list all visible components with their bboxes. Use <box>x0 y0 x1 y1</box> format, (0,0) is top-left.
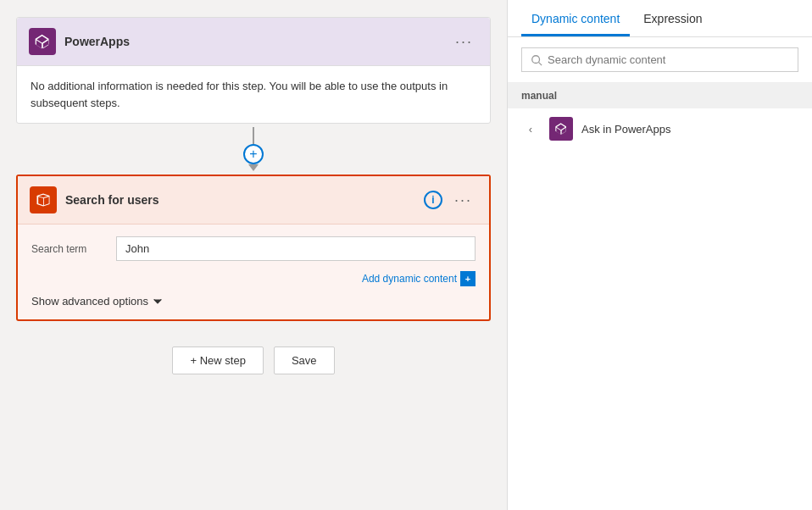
powerapps-logo-icon <box>29 28 56 55</box>
panel-item-ask-in-powerapps[interactable]: ‹ Ask in PowerApps <box>508 108 812 149</box>
powerapps-card: PowerApps ··· No additional information … <box>16 17 491 124</box>
powerapps-card-header: PowerApps ··· <box>17 18 490 66</box>
panel-search-input[interactable] <box>548 53 789 66</box>
dynamic-content-link-row: Add dynamic content + <box>31 271 476 286</box>
right-panel: Dynamic content Expression manual ‹ Ask … <box>507 0 812 510</box>
panel-powerapps-svg <box>554 122 568 136</box>
info-button[interactable]: i <box>424 191 442 209</box>
search-users-actions: i ··· <box>424 190 477 211</box>
dynamic-content-link-text[interactable]: Add dynamic content <box>362 273 457 285</box>
show-advanced-options[interactable]: Show advanced options <box>31 295 476 308</box>
panel-chevron-left[interactable]: ‹ <box>524 123 537 136</box>
panel-search-box <box>521 47 798 72</box>
panel-search-area <box>508 37 812 83</box>
panel-content: manual ‹ Ask in PowerApps <box>508 83 812 510</box>
search-term-row: Search term <box>31 236 476 261</box>
tab-expression[interactable]: Expression <box>633 0 712 36</box>
svg-line-1 <box>539 62 542 65</box>
bottom-actions: + New step Save <box>172 346 334 374</box>
step-connector: + <box>243 127 264 171</box>
office-svg <box>35 191 52 208</box>
search-users-title: Search for users <box>65 193 424 207</box>
search-users-body: Search term Add dynamic content + Show a… <box>18 225 489 319</box>
powerapps-card-menu-btn[interactable]: ··· <box>450 31 478 53</box>
panel-item-ask-label: Ask in PowerApps <box>581 123 671 136</box>
save-button[interactable]: Save <box>274 346 335 374</box>
powerapps-svg <box>34 33 51 50</box>
tab-dynamic-content[interactable]: Dynamic content <box>521 0 630 36</box>
search-term-input[interactable] <box>116 236 476 261</box>
office-icon <box>30 186 57 213</box>
show-advanced-label: Show advanced options <box>31 295 148 308</box>
panel-section-manual: manual <box>508 83 812 108</box>
search-users-menu-btn[interactable]: ··· <box>449 190 477 211</box>
powerapps-card-title: PowerApps <box>64 35 450 48</box>
main-area: PowerApps ··· No additional information … <box>0 0 507 510</box>
search-icon <box>531 54 542 66</box>
new-step-button[interactable]: + New step <box>172 346 263 374</box>
search-term-label: Search term <box>31 243 116 255</box>
svg-point-0 <box>532 55 540 63</box>
dynamic-content-icon[interactable]: + <box>460 271 476 286</box>
connector-plus-btn[interactable]: + <box>243 144 264 164</box>
panel-item-powerapps-icon <box>549 117 573 141</box>
search-users-header: Search for users i ··· <box>18 176 489 225</box>
chevron-down-icon <box>152 296 164 308</box>
powerapps-card-body: No additional information is needed for … <box>17 66 490 123</box>
powerapps-description: No additional information is needed for … <box>31 80 448 109</box>
panel-tabs: Dynamic content Expression <box>508 0 812 37</box>
connector-line-top <box>253 127 254 144</box>
connector-arrow <box>248 164 259 171</box>
search-users-card: Search for users i ··· Search term Add d… <box>16 175 491 321</box>
